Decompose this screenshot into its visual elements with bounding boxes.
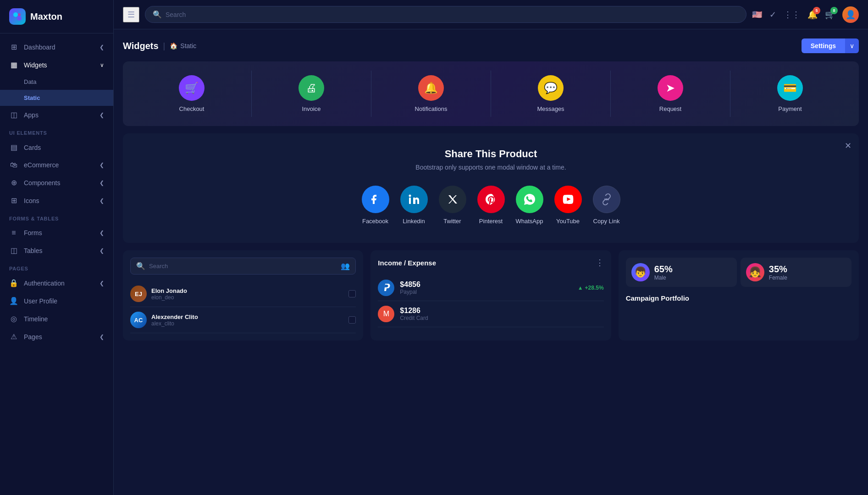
- twitter-icon-circle: [439, 186, 466, 213]
- grid-button[interactable]: ⋮⋮: [784, 10, 800, 20]
- user-handle: alex_clito: [151, 320, 344, 327]
- income-header: Income / Expense ⋮: [378, 258, 603, 268]
- user-info: Elon Jonado elon_deo: [151, 287, 344, 301]
- chevron-down-icon: ∨: [100, 62, 104, 68]
- user-handle: elon_deo: [151, 294, 344, 301]
- ecommerce-icon: 🛍: [9, 161, 18, 169]
- sidebar-item-label: eCommerce: [24, 161, 59, 169]
- search-bar: 🔍: [145, 6, 746, 23]
- sidebar-item-label: User Profile: [24, 297, 57, 305]
- paypal-logo: [378, 280, 394, 296]
- user-row: EJ Elon Jonado elon_deo: [130, 281, 356, 307]
- chevron-left-icon: ❮: [100, 248, 104, 254]
- settings-dropdown-button[interactable]: ∨: [845, 38, 859, 53]
- sidebar-item-cards[interactable]: ▤ Cards: [0, 138, 113, 156]
- icons-nav-icon: ⊞: [9, 196, 18, 205]
- widget-notifications[interactable]: 🔔 Notifications: [371, 71, 491, 117]
- sidebar-item-label: Apps: [24, 111, 39, 119]
- sidebar-item-authentication[interactable]: 🔒 Authentication ❮: [0, 274, 113, 292]
- income-details: $1286 Credit Card: [400, 307, 428, 321]
- messages-icon-circle: 💬: [538, 75, 564, 101]
- widget-messages[interactable]: 💬 Messages: [491, 71, 611, 117]
- breadcrumb-sub-label: Static: [180, 42, 196, 50]
- sidebar-item-dashboard[interactable]: ⊞ Dashboard ❮: [0, 38, 113, 56]
- sidebar-item-icons[interactable]: ⊞ Icons ❮: [0, 192, 113, 209]
- share-youtube[interactable]: YouTube: [554, 186, 582, 225]
- search-input[interactable]: [166, 11, 739, 18]
- flag-button[interactable]: 🇺🇸: [752, 10, 762, 20]
- notification-button[interactable]: 🔔 5: [807, 10, 818, 20]
- section-forms-tables: FORMS & TABLES: [0, 209, 113, 224]
- forms-icon: ≡: [9, 229, 18, 237]
- users-search-input[interactable]: [149, 263, 337, 270]
- svg-point-1: [17, 16, 22, 21]
- widget-icons-panel: 🛒 Checkout 🖨 Invoice 🔔 Notifications 💬 M…: [123, 61, 859, 126]
- widget-checkout[interactable]: 🛒 Checkout: [132, 71, 252, 117]
- sidebar-item-widgets[interactable]: ▦ Widgets ∨: [0, 56, 113, 74]
- share-pinterest[interactable]: Pinterest: [477, 186, 505, 225]
- income-source: Credit Card: [400, 315, 428, 321]
- cart-button[interactable]: 🛒 8: [825, 10, 835, 20]
- sidebar-item-apps[interactable]: ◫ Apps ❮: [0, 106, 113, 124]
- share-linkedin[interactable]: Linkedin: [400, 186, 428, 225]
- widgets-icon: ▦: [9, 60, 18, 69]
- home-icon: 🏠: [170, 42, 177, 50]
- section-ui-elements: UI ELEMENTS: [0, 124, 113, 138]
- sidebar-item-timeline[interactable]: ◎ Timeline: [0, 310, 113, 328]
- user-avatar-button[interactable]: 👤: [842, 6, 859, 23]
- share-whatsapp[interactable]: WhatsApp: [516, 186, 543, 225]
- share-title: Share This Product: [141, 148, 840, 160]
- copylink-label: Copy Link: [593, 218, 620, 225]
- widget-payment[interactable]: 💳 Payment: [730, 71, 850, 117]
- widget-request[interactable]: ➤ Request: [611, 71, 730, 117]
- sidebar-item-label: Timeline: [24, 315, 48, 323]
- cards-icon: ▤: [9, 143, 18, 152]
- menu-toggle-button[interactable]: ☰: [123, 7, 139, 22]
- sidebar-item-user-profile[interactable]: 👤 User Profile: [0, 292, 113, 310]
- sidebar-item-pages[interactable]: ⚠ Pages ❮: [0, 328, 113, 346]
- user-checkbox[interactable]: [348, 290, 356, 297]
- breadcrumb: Widgets | 🏠 Static Settings ∨: [123, 38, 859, 53]
- bottom-cards-row: 🔍 👥 EJ Elon Jonado elon_deo AC Alexzend: [123, 250, 859, 341]
- income-change-value: +28.5%: [585, 285, 604, 291]
- share-twitter[interactable]: Twitter: [439, 186, 466, 225]
- income-menu-button[interactable]: ⋮: [596, 258, 604, 268]
- facebook-label: Facebook: [362, 218, 388, 225]
- sidebar-item-label: Widgets: [24, 61, 47, 69]
- share-copylink[interactable]: Copy Link: [593, 186, 620, 225]
- settings-button-group: Settings ∨: [802, 38, 859, 53]
- svg-rect-3: [409, 198, 411, 204]
- sidebar-item-forms[interactable]: ≡ Forms ❮: [0, 224, 113, 242]
- chevron-left-icon: ❮: [100, 162, 104, 168]
- gender-female-block: 👧 35% Female: [741, 258, 851, 287]
- chevron-left-icon: ❮: [100, 280, 104, 286]
- lock-icon: 🔒: [9, 279, 18, 287]
- female-stats: 35% Female: [769, 264, 787, 281]
- user-checkbox[interactable]: [348, 316, 356, 324]
- sidebar-item-components[interactable]: ⊕ Components ❮: [0, 174, 113, 192]
- male-avatar: 👦: [631, 263, 650, 281]
- svg-point-2: [18, 13, 21, 16]
- checkmark-button[interactable]: ✓: [769, 10, 776, 20]
- sidebar-item-tables[interactable]: ◫ Tables ❮: [0, 242, 113, 259]
- settings-button[interactable]: Settings: [802, 38, 845, 53]
- income-amount: $1286: [400, 307, 428, 315]
- users-card: 🔍 👥 EJ Elon Jonado elon_deo AC Alexzend: [123, 250, 363, 341]
- share-facebook[interactable]: Facebook: [362, 186, 389, 225]
- share-close-button[interactable]: ✕: [845, 141, 851, 151]
- female-label: Female: [769, 275, 787, 281]
- sidebar-subitem-static[interactable]: Static: [0, 90, 113, 106]
- sidebar-subitem-data[interactable]: Data: [0, 74, 113, 90]
- checkout-label: Checkout: [179, 105, 205, 112]
- chevron-left-icon: ❮: [100, 44, 104, 50]
- users-search-bar: 🔍 👥: [130, 258, 356, 275]
- campaign-title: Campaign Portfolio: [626, 294, 851, 302]
- male-label: Male: [654, 275, 673, 281]
- sidebar-item-label: Tables: [24, 247, 42, 254]
- app-logo[interactable]: Maxton: [0, 0, 113, 33]
- sidebar-item-ecommerce[interactable]: 🛍 eCommerce ❮: [0, 156, 113, 174]
- widget-invoice[interactable]: 🖨 Invoice: [252, 71, 371, 117]
- notification-badge: 5: [813, 7, 820, 14]
- checkmark-icon: ✓: [769, 10, 776, 19]
- sidebar-item-label: Cards: [24, 144, 41, 151]
